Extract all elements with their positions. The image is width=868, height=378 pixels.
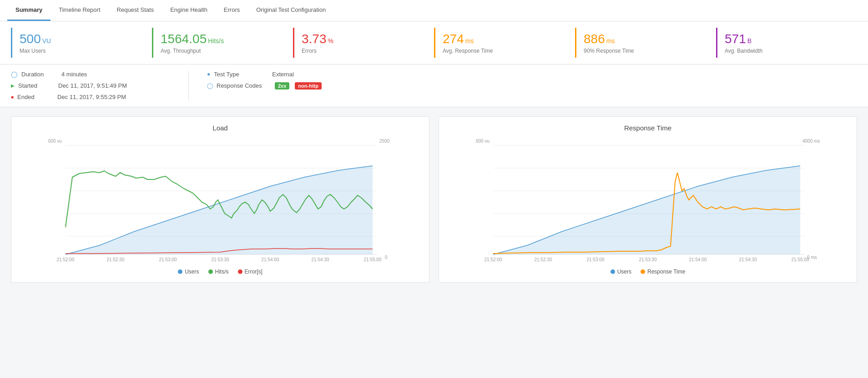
svg-text:21:54:30: 21:54:30: [312, 257, 329, 262]
metric-value-errors: 3.73: [302, 32, 327, 46]
legend-dot-errors: [238, 269, 242, 274]
response-chart-title: Response Time: [446, 124, 849, 132]
legend-users: Users: [178, 269, 199, 275]
svg-text:0: 0: [385, 255, 388, 260]
metric-unit-vu: VU: [42, 37, 51, 45]
response-codes-row: ◯ Response Codes 2xx non-http: [207, 82, 323, 90]
started-value: Dec 11, 2017, 9:51:49 PM: [58, 82, 127, 89]
svg-text:21:53:30: 21:53:30: [639, 257, 657, 262]
duration-label: Duration: [21, 71, 58, 78]
response-chart-container: Response Time 600 vu 4000 ms 0 ms: [439, 116, 857, 283]
badge-2xx: 2xx: [275, 82, 289, 90]
response-chart-legend: Users Response Time: [446, 269, 849, 275]
metric-unit-90-resp: ms: [606, 37, 615, 45]
load-chart-title: Load: [19, 124, 422, 132]
ended-row: ■ Ended Dec 11, 2017, 9:55:29 PM: [11, 94, 170, 100]
metric-unit-errors: %: [328, 37, 333, 45]
svg-text:21:55:00: 21:55:00: [792, 257, 809, 262]
metric-label-bw: Avg. Bandwidth: [725, 48, 850, 54]
legend-resp-time: Response Time: [641, 269, 685, 275]
metric-unit-bw: B: [747, 37, 752, 45]
svg-text:21:52:30: 21:52:30: [107, 257, 125, 262]
metrics-bar: 500VU Max Users 1564.05Hits/s Avg. Throu…: [0, 21, 868, 65]
tab-bar: Summary Timeline Report Request Stats En…: [0, 0, 868, 21]
metric-value-hits: 1564.05: [161, 32, 207, 46]
svg-marker-9: [66, 166, 373, 254]
load-chart-container: Load 600 vu 2500 0: [11, 116, 429, 283]
legend-label-users: Users: [185, 269, 199, 275]
load-chart-svg: 600 vu 2500 0 21:5: [19, 136, 422, 264]
load-chart-legend: Users Hits/s Error[s]: [19, 269, 422, 275]
svg-text:21:55:00: 21:55:00: [364, 257, 382, 262]
svg-text:21:52:00: 21:52:00: [484, 257, 502, 262]
svg-text:2500: 2500: [379, 139, 390, 144]
response-codes-label: Response Codes: [217, 82, 271, 89]
response-chart-svg: 600 vu 4000 ms 0 ms 21:52:00: [446, 136, 849, 264]
metric-max-users: 500VU Max Users: [11, 28, 152, 58]
test-type-row: ● Test Type External: [207, 71, 323, 78]
tab-request-stats[interactable]: Request Stats: [109, 0, 162, 21]
legend-dot-resp-users: [611, 269, 615, 274]
legend-label-resp-users: Users: [617, 269, 631, 275]
svg-text:600 vu: 600 vu: [48, 139, 62, 144]
svg-text:21:53:00: 21:53:00: [587, 257, 605, 262]
tab-errors[interactable]: Errors: [216, 0, 248, 21]
badge-nonhttp: non-http: [295, 82, 322, 90]
metric-90-response: 886ms 90% Response Time: [575, 28, 716, 58]
ended-label: Ended: [17, 94, 54, 100]
test-type-value: External: [272, 71, 294, 78]
legend-label-resp-time: Response Time: [647, 269, 685, 275]
legend-dot-resp-time: [641, 269, 645, 274]
charts-area: Load 600 vu 2500 0: [0, 107, 868, 292]
tab-summary[interactable]: Summary: [7, 0, 50, 21]
svg-text:4000 ms: 4000 ms: [802, 139, 820, 144]
legend-dot-users: [178, 269, 182, 274]
test-type-label: Test Type: [214, 71, 268, 78]
svg-text:21:54:00: 21:54:00: [262, 257, 279, 262]
svg-text:21:53:00: 21:53:00: [159, 257, 177, 262]
info-panel: ◯ Duration 4 minutes ▶ Started Dec 11, 2…: [0, 65, 868, 107]
metric-value-bw: 571: [725, 32, 746, 46]
svg-text:21:52:00: 21:52:00: [57, 257, 75, 262]
started-label: Started: [18, 82, 55, 89]
legend-resp-users: Users: [611, 269, 631, 275]
metric-avg-response: 274ms Avg. Response Time: [434, 28, 575, 58]
response-chart-wrapper: 600 vu 4000 ms 0 ms 21:52:00: [446, 136, 849, 265]
tab-timeline-report[interactable]: Timeline Report: [50, 0, 108, 21]
duration-row: ◯ Duration 4 minutes: [11, 71, 170, 78]
metric-label-vu: Max Users: [20, 48, 145, 54]
tab-original-test-config[interactable]: Original Test Configuration: [248, 0, 334, 21]
metric-throughput: 1564.05Hits/s Avg. Throughput: [152, 28, 293, 58]
tab-engine-health[interactable]: Engine Health: [162, 0, 216, 21]
duration-value: 4 minutes: [61, 71, 87, 78]
metric-value-avg-resp: 274: [443, 32, 464, 46]
metric-value-vu: 500: [20, 32, 41, 46]
svg-text:21:54:00: 21:54:00: [689, 257, 707, 262]
legend-label-errors: Error[s]: [245, 269, 262, 275]
metric-label-avg-resp: Avg. Response Time: [443, 48, 568, 54]
metric-errors: 3.73% Errors: [293, 28, 434, 58]
metric-label-hits: Avg. Throughput: [161, 48, 286, 54]
svg-text:21:52:30: 21:52:30: [535, 257, 552, 262]
load-chart-wrapper: 600 vu 2500 0 21:5: [19, 136, 422, 265]
legend-label-hits: Hits/s: [215, 269, 229, 275]
ended-value: Dec 11, 2017, 9:55:29 PM: [57, 94, 126, 100]
svg-text:21:54:30: 21:54:30: [739, 257, 757, 262]
metric-label-errors: Errors: [302, 48, 427, 54]
metric-bandwidth: 571B Avg. Bandwidth: [716, 28, 857, 58]
metric-label-90-resp: 90% Response Time: [584, 48, 709, 54]
legend-errors: Error[s]: [238, 269, 262, 275]
svg-text:21:53:30: 21:53:30: [212, 257, 229, 262]
started-row: ▶ Started Dec 11, 2017, 9:51:49 PM: [11, 82, 170, 89]
svg-text:600 vu: 600 vu: [476, 139, 490, 144]
metric-value-90-resp: 886: [584, 32, 605, 46]
metric-unit-hits: Hits/s: [208, 37, 224, 45]
legend-dot-hits: [208, 269, 213, 274]
metric-unit-avg-resp: ms: [465, 37, 474, 45]
legend-hits: Hits/s: [208, 269, 229, 275]
svg-marker-26: [493, 166, 800, 254]
